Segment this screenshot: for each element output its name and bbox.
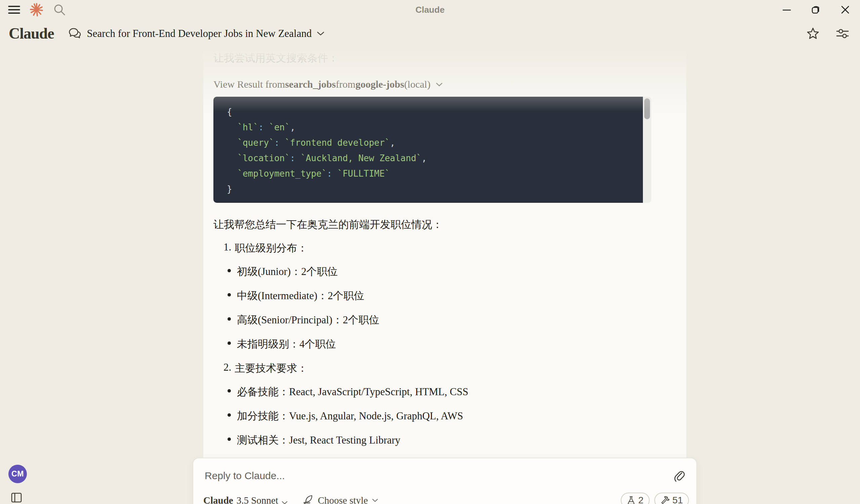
tool-result-prefix: View Result from — [213, 78, 285, 90]
bullet-dot — [228, 389, 231, 392]
bullet-dot — [228, 317, 231, 321]
bullet-dot — [228, 413, 231, 417]
code-content: { `hl`: `en`, `query`: `frontend develop… — [213, 97, 643, 203]
chat-scroll-area[interactable]: 让我尝试用英文搜索条件： View Result from search_job… — [203, 48, 686, 504]
tools-badge[interactable]: 51 — [654, 493, 689, 504]
claude-wordmark[interactable]: Claude — [9, 26, 54, 41]
search-icon[interactable] — [53, 3, 66, 16]
chevron-down-icon — [372, 498, 378, 502]
tool-result-middle: from — [336, 78, 355, 90]
bullet-dot — [228, 293, 231, 296]
list-item: 中级(Intermediate)：2个职位 — [228, 289, 686, 303]
resources-badge[interactable]: 2 — [621, 493, 650, 504]
code-scrollbar-track[interactable] — [643, 97, 651, 203]
style-label: Choose style — [318, 495, 368, 504]
tool-name: search_jobs — [285, 78, 336, 90]
chevron-down-icon — [282, 501, 288, 504]
sidebar-toggle-button[interactable] — [11, 492, 22, 503]
composer-card: Reply to Claude... Claude 3.5 Sonnet — [192, 458, 697, 504]
flask-icon — [627, 495, 635, 504]
star-button[interactable] — [806, 27, 820, 40]
chat-bubbles-icon — [68, 28, 82, 40]
list-item: 加分技能：Vue.js, Angular, Node.js, GraphQL, … — [228, 409, 686, 423]
tools-count: 51 — [673, 495, 683, 504]
list-item: 必备技能：React, JavaScript/TypeScript, HTML,… — [228, 385, 686, 399]
list-item: 高级(Senior/Principal)：2个职位 — [228, 313, 686, 327]
settings-sliders-button[interactable] — [836, 28, 849, 40]
tool-result-toggle[interactable]: View Result from search_jobs from google… — [213, 78, 686, 90]
scrolled-message-text: 让我尝试用英文搜索条件： — [213, 51, 686, 65]
user-avatar[interactable]: CM — [9, 465, 27, 483]
bullet-dot — [228, 438, 231, 441]
chat-title: Search for Front-End Developer Jobs in N… — [87, 28, 312, 40]
titlebar: Claude — [0, 0, 860, 19]
restore-button[interactable] — [811, 5, 821, 15]
chat-title-dropdown[interactable]: Search for Front-End Developer Jobs in N… — [68, 28, 325, 40]
hammer-icon — [660, 495, 670, 504]
model-selector[interactable]: Claude 3.5 Sonnet — [203, 495, 288, 504]
reply-input[interactable]: Reply to Claude... — [205, 470, 673, 481]
code-scrollbar-thumb[interactable] — [644, 99, 650, 119]
assistant-message: 让我尝试用英文搜索条件： View Result from search_job… — [203, 48, 686, 471]
style-selector[interactable]: Choose style — [302, 494, 378, 504]
window-title: Claude — [0, 5, 860, 15]
summary-intro: 让我帮您总结一下在奥克兰的前端开发职位情况： — [213, 218, 686, 232]
app-header: Claude Search for Front-End Developer Jo… — [0, 19, 860, 48]
minimize-button[interactable] — [782, 5, 791, 14]
server-name: google-jobs — [356, 78, 404, 90]
attachment-paperclip-button[interactable] — [673, 470, 685, 482]
tool-result-code-block: { `hl`: `en`, `query`: `frontend develop… — [213, 97, 651, 203]
tool-result-suffix: (local) — [404, 78, 430, 90]
chevron-down-icon — [317, 31, 324, 36]
hamburger-menu-button[interactable] — [8, 5, 20, 14]
list-item: 测试相关：Jest, React Testing Library — [228, 433, 686, 447]
numbered-item: 2. 主要技术要求： — [224, 361, 686, 375]
list-item: 未指明级别：4个职位 — [228, 337, 686, 351]
resources-count: 2 — [638, 495, 644, 504]
bullet-dot — [228, 269, 231, 272]
style-quill-icon — [302, 494, 314, 504]
chevron-down-icon — [436, 82, 443, 87]
model-name: Claude — [203, 495, 233, 504]
claude-logo-icon — [30, 3, 44, 17]
close-button[interactable] — [841, 5, 850, 14]
model-version: 3.5 Sonnet — [236, 495, 278, 504]
numbered-item: 1. 职位级别分布： — [224, 241, 686, 255]
bullet-dot — [228, 341, 231, 345]
list-item: 初级(Junior)：2个职位 — [228, 265, 686, 279]
